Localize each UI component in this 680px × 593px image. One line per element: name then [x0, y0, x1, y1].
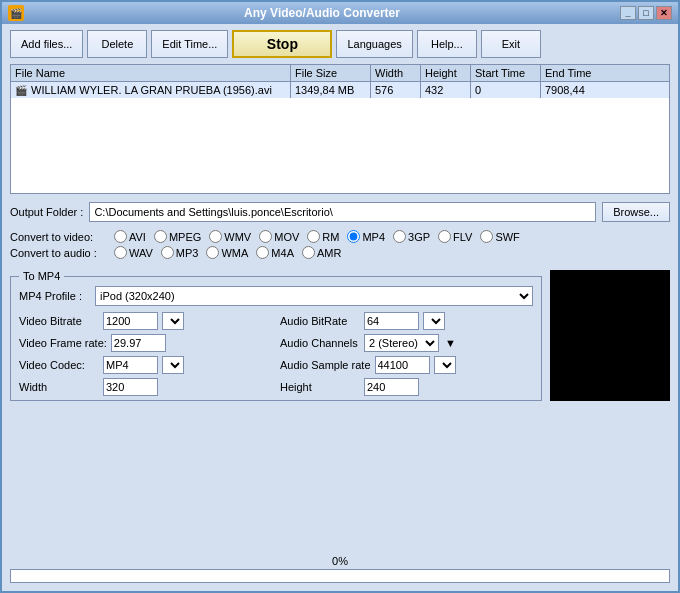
video-codec-input[interactable] — [103, 356, 158, 374]
video-format-group: AVI MPEG WMV MOV RM MP4 3GP FLV SWF — [114, 230, 520, 243]
video-framerate-label: Video Frame rate: — [19, 337, 107, 349]
exit-button[interactable]: Exit — [481, 30, 541, 58]
col-header-filename: File Name — [11, 65, 291, 81]
col-header-starttime: Start Time — [471, 65, 541, 81]
video-codec-label: Video Codec: — [19, 359, 99, 371]
title-bar: 🎬 Any Video/Audio Converter _ □ ✕ — [2, 2, 678, 24]
radio-amr[interactable]: AMR — [302, 246, 341, 259]
video-bitrate-input[interactable] — [103, 312, 158, 330]
audio-samplerate-label: Audio Sample rate — [280, 359, 371, 371]
progress-section: 0% — [2, 551, 678, 591]
audio-bitrate-input[interactable] — [364, 312, 419, 330]
radio-swf[interactable]: SWF — [480, 230, 519, 243]
file-list-header: File Name File Size Width Height Start T… — [11, 65, 669, 82]
col-header-endtime: End Time — [541, 65, 611, 81]
cell-width: 576 — [371, 82, 421, 98]
radio-m4a[interactable]: M4A — [256, 246, 294, 259]
mp4-profile-label: MP4 Profile : — [19, 290, 89, 302]
cell-height: 432 — [421, 82, 471, 98]
mp4-legend: To MP4 — [19, 270, 64, 282]
stop-button[interactable]: Stop — [232, 30, 332, 58]
video-bitrate-item: Video Bitrate ▼ — [19, 312, 272, 330]
col-header-height: Height — [421, 65, 471, 81]
file-list: File Name File Size Width Height Start T… — [10, 64, 670, 194]
edit-time-button[interactable]: Edit Time... — [151, 30, 228, 58]
preview-box — [550, 270, 670, 401]
convert-audio-row: Convert to audio : WAV MP3 WMA M4A AMR — [10, 246, 670, 259]
cell-starttime: 0 — [471, 82, 541, 98]
cell-endtime: 7908,44 — [541, 82, 611, 98]
main-window: 🎬 Any Video/Audio Converter _ □ ✕ Add fi… — [0, 0, 680, 593]
settings-grid: Video Bitrate ▼ Audio BitRate ▼ Video Fr… — [19, 312, 533, 396]
minimize-button[interactable]: _ — [620, 6, 636, 20]
video-framerate-item: Video Frame rate: — [19, 334, 272, 352]
radio-mp3[interactable]: MP3 — [161, 246, 199, 259]
radio-mpeg[interactable]: MPEG — [154, 230, 201, 243]
output-folder-row: Output Folder : Browse... — [10, 202, 670, 222]
radio-wav[interactable]: WAV — [114, 246, 153, 259]
height-item: Height — [280, 378, 533, 396]
radio-wma[interactable]: WMA — [206, 246, 248, 259]
convert-audio-label: Convert to audio : — [10, 247, 110, 259]
audio-channels-label: Audio Channels — [280, 337, 360, 349]
width-label: Width — [19, 381, 99, 393]
radio-mov[interactable]: MOV — [259, 230, 299, 243]
delete-button[interactable]: Delete — [87, 30, 147, 58]
video-framerate-input[interactable] — [111, 334, 166, 352]
col-header-filesize: File Size — [291, 65, 371, 81]
audio-channels-select[interactable]: 2 (Stereo) — [364, 334, 439, 352]
cell-filesize: 1349,84 MB — [291, 82, 371, 98]
height-label: Height — [280, 381, 360, 393]
audio-samplerate-item: Audio Sample rate ▼ — [280, 356, 533, 374]
convert-section: Convert to video: AVI MPEG WMV MOV RM MP… — [10, 230, 670, 262]
radio-3gp[interactable]: 3GP — [393, 230, 430, 243]
audio-format-group: WAV MP3 WMA M4A AMR — [114, 246, 341, 259]
file-icon: 🎬 — [15, 85, 27, 96]
width-item: Width — [19, 378, 272, 396]
browse-button[interactable]: Browse... — [602, 202, 670, 222]
title-controls: _ □ ✕ — [620, 6, 672, 20]
output-folder-input[interactable] — [89, 202, 596, 222]
app-icon: 🎬 — [8, 5, 24, 21]
radio-flv[interactable]: FLV — [438, 230, 472, 243]
radio-avi[interactable]: AVI — [114, 230, 146, 243]
help-button[interactable]: Help... — [417, 30, 477, 58]
audio-bitrate-item: Audio BitRate ▼ — [280, 312, 533, 330]
table-row[interactable]: 🎬 WILLIAM WYLER. LA GRAN PRUEBA (1956).a… — [11, 82, 669, 98]
video-bitrate-select[interactable]: ▼ — [162, 312, 184, 330]
audio-bitrate-label: Audio BitRate — [280, 315, 360, 327]
height-input[interactable] — [364, 378, 419, 396]
width-input[interactable] — [103, 378, 158, 396]
progress-label: 0% — [10, 555, 670, 567]
languages-button[interactable]: Languages — [336, 30, 412, 58]
radio-rm[interactable]: RM — [307, 230, 339, 243]
mp4-settings-box: To MP4 MP4 Profile : iPod (320x240) Vide… — [10, 270, 542, 401]
audio-samplerate-input[interactable] — [375, 356, 430, 374]
audio-bitrate-select[interactable]: ▼ — [423, 312, 445, 330]
cell-filename: 🎬 WILLIAM WYLER. LA GRAN PRUEBA (1956).a… — [11, 82, 291, 98]
mp4-profile-row: MP4 Profile : iPod (320x240) — [19, 286, 533, 306]
mp4-profile-select[interactable]: iPod (320x240) — [95, 286, 533, 306]
convert-video-row: Convert to video: AVI MPEG WMV MOV RM MP… — [10, 230, 670, 243]
close-button[interactable]: ✕ — [656, 6, 672, 20]
settings-row: To MP4 MP4 Profile : iPod (320x240) Vide… — [10, 270, 670, 401]
video-bitrate-label: Video Bitrate — [19, 315, 99, 327]
video-codec-item: Video Codec: ▼ — [19, 356, 272, 374]
window-title: Any Video/Audio Converter — [24, 6, 620, 20]
output-folder-label: Output Folder : — [10, 206, 83, 218]
toolbar: Add files... Delete Edit Time... Stop La… — [2, 24, 678, 64]
video-codec-select[interactable]: ▼ — [162, 356, 184, 374]
col-header-width: Width — [371, 65, 421, 81]
convert-video-label: Convert to video: — [10, 231, 110, 243]
add-files-button[interactable]: Add files... — [10, 30, 83, 58]
audio-samplerate-select[interactable]: ▼ — [434, 356, 456, 374]
radio-mp4[interactable]: MP4 — [347, 230, 385, 243]
audio-channels-item: Audio Channels 2 (Stereo) ▼ — [280, 334, 533, 352]
radio-wmv[interactable]: WMV — [209, 230, 251, 243]
maximize-button[interactable]: □ — [638, 6, 654, 20]
progress-bar — [10, 569, 670, 583]
